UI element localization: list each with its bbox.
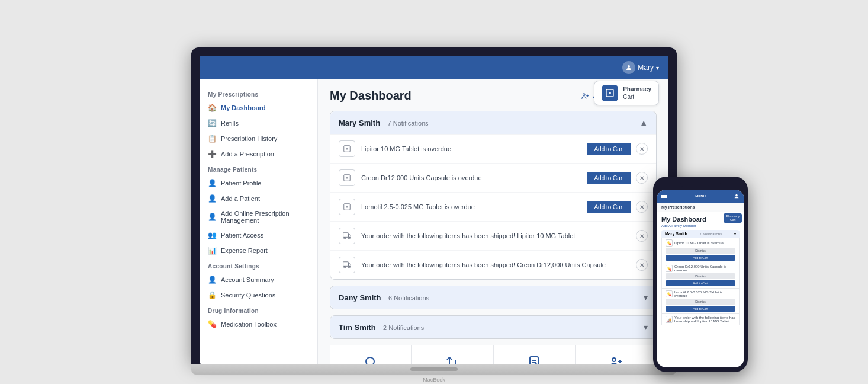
pharmacy-cart-button[interactable]: Pharmacy Cart [594, 81, 659, 105]
phone-menu-label: MENU [695, 194, 706, 198]
user-name: Mary [638, 63, 654, 72]
phone-add-cart-btn-creon[interactable]: Add to Cart [666, 280, 735, 286]
sidebar-icon-patient-profile: 👤 [208, 179, 216, 187]
patient-name-0: Mary Smith [339, 119, 380, 127]
sidebar-icon-account-summary: 👤 [208, 276, 216, 284]
phone-device: MENU My Prescriptions Pharmacy Cart [653, 177, 748, 372]
sidebar-item-add-online-prescription[interactable]: 👤 Add Online Prescription Management [200, 206, 317, 228]
page-title: My Dashboard [330, 89, 412, 103]
sidebar-item-expense-report[interactable]: 📊 Expense Report [200, 243, 317, 258]
svg-point-11 [348, 266, 350, 268]
notification-item-0-3: Your order with the following items has … [330, 221, 656, 250]
svg-point-8 [348, 237, 350, 239]
quick-action-transfer[interactable] [412, 345, 493, 364]
sidebar-label-refills: Refills [221, 120, 239, 127]
patient-header-1[interactable]: Dany Smith 6 Notifications ▾ [330, 286, 656, 309]
sidebar-section-label: Drug Information [200, 303, 317, 316]
dismiss-btn-0-2[interactable]: ✕ [636, 201, 648, 213]
phone-add-family[interactable]: Add A Family Member [661, 224, 740, 228]
notification-left-0-2: Lomotil 2.5-0.025 MG Tablet is overdue [339, 199, 587, 215]
phone-notif-creon: 💊 Creon Dr12,000 Units Capsule is overdu… [661, 263, 740, 289]
sidebar-label-patient-profile: Patient Profile [221, 180, 261, 187]
notification-item-0-2: Lomotil 2.5-0.025 MG Tablet is overdue A… [330, 192, 656, 221]
phone-patient-name-mary: Mary Smith [665, 232, 687, 236]
phone-content: My Dashboard Add A Family Member Mary Sm… [657, 212, 744, 328]
dismiss-btn-0-3[interactable]: ✕ [636, 230, 648, 242]
sidebar-icon-add-online-prescription: 👤 [208, 213, 216, 221]
phone-dismiss-btn-lipitor[interactable]: Dismiss [666, 248, 735, 254]
sidebar-icon-add-patient: 👤 [208, 194, 216, 203]
phone-pill-icon-1: 💊 [666, 239, 673, 247]
phone-add-cart-btn-lomotil[interactable]: Add to Cart [666, 306, 735, 312]
report-icon [527, 355, 541, 364]
dismiss-btn-0-1[interactable]: ✕ [636, 172, 648, 184]
notification-text-0-0: Lipitor 10 MG Tablet is overdue [361, 145, 451, 152]
sidebar-label-my-dashboard: My Dashboard [221, 104, 266, 111]
dismiss-btn-0-4[interactable]: ✕ [636, 259, 648, 271]
sidebar-item-add-prescription[interactable]: ➕ Add a Prescription [200, 146, 317, 162]
pharmacy-cart-label: Pharmacy Cart [623, 85, 651, 101]
patient-section-0: Mary Smith 7 Notifications ▲ Lipitor 10 … [330, 111, 657, 280]
phone-screen: MENU My Prescriptions Pharmacy Cart [657, 190, 744, 367]
notification-actions-0-3: ✕ [636, 230, 648, 242]
sidebar-icon-patient-access: 👥 [208, 231, 216, 239]
phone-patient-header-mary[interactable]: Mary Smith 7 Notifications ▾ [661, 230, 740, 238]
pill-icon-0-4 [339, 257, 355, 273]
search-pill-icon [364, 355, 378, 364]
notification-actions-0-4: ✕ [636, 259, 648, 271]
phone-dismiss-btn-creon[interactable]: Dismiss [666, 273, 735, 279]
phone-pill-icon-2: 💊 [666, 265, 673, 272]
sidebar-item-prescription-history[interactable]: 📋 Prescription History [200, 131, 317, 146]
sidebar-item-patient-access[interactable]: 👥 Patient Access [200, 228, 317, 243]
sidebar-icon-medication-toolbox: 💊 [208, 320, 216, 328]
notification-text-0-3: Your order with the following items has … [361, 232, 575, 239]
sidebar: My Prescriptions 🏠 My Dashboard 🔄 Refill… [200, 79, 318, 364]
chevron-icon-0: ▲ [639, 118, 648, 127]
quick-action-search[interactable] [330, 345, 412, 364]
add-to-cart-btn-0-1[interactable]: Add to Cart [587, 172, 631, 184]
pill-icon-0-0 [339, 140, 355, 157]
user-menu[interactable]: Mary ▾ [622, 61, 659, 74]
patient-header-2[interactable]: Tim Smith 2 Notifications ▾ [330, 316, 656, 338]
chevron-icon-1: ▾ [644, 293, 648, 302]
quick-action-add-person[interactable] [576, 345, 657, 364]
sidebar-item-add-patient[interactable]: 👤 Add a Patient [200, 191, 317, 206]
pill-icon-0-3 [339, 228, 355, 244]
add-person-icon [609, 355, 623, 364]
svg-point-12 [366, 357, 374, 364]
sidebar-icon-refills: 🔄 [208, 119, 216, 127]
sidebar-item-medication-toolbox[interactable]: 💊 Medication Toolbox [200, 316, 317, 332]
phone-notif-text-lipitor: Lipitor 10 MG Tablet is overdue [674, 241, 735, 245]
sidebar-label-medication-toolbox: Medication Toolbox [221, 321, 277, 328]
patient-header-0[interactable]: Mary Smith 7 Notifications ▲ [330, 111, 656, 134]
phone-notif-text-lomotil: Lomotil 2.5-0.025 MG Tablet is overdue [674, 290, 735, 297]
notification-left-0-3: Your order with the following items has … [339, 228, 636, 244]
sidebar-label-expense-report: Expense Report [221, 247, 268, 254]
sidebar-item-refills[interactable]: 🔄 Refills [200, 116, 317, 131]
sidebar-label-add-prescription: Add a Prescription [221, 151, 274, 158]
add-to-cart-btn-0-2[interactable]: Add to Cart [587, 201, 631, 213]
dismiss-btn-0-0[interactable]: ✕ [636, 143, 648, 155]
top-nav: Mary ▾ [200, 56, 668, 79]
phone-dismiss-btn-lomotil[interactable]: Dismiss [666, 299, 735, 305]
notification-actions-0-0: Add to Cart✕ [587, 143, 648, 155]
add-to-cart-btn-0-0[interactable]: Add to Cart [587, 143, 631, 155]
sidebar-label-add-online-prescription: Add Online Prescription Management [221, 210, 309, 224]
phone-cart-button[interactable]: Pharmacy Cart [724, 213, 742, 223]
quick-action-report[interactable] [494, 345, 576, 364]
phone-top-bar: MENU [657, 190, 744, 203]
laptop-brand: MacBook [191, 375, 677, 384]
svg-point-17 [535, 364, 537, 364]
notification-text-0-1: Creon Dr12,000 Units Capsule is overdue [361, 174, 482, 181]
sidebar-item-account-summary[interactable]: 👤 Account Summary [200, 272, 317, 287]
patient-section-1: Dany Smith 6 Notifications ▾ [330, 286, 657, 309]
svg-point-2 [583, 93, 586, 95]
chevron-down-icon: ▾ [656, 65, 659, 71]
sidebar-icon-expense-report: 📊 [208, 247, 216, 255]
phone-add-cart-btn-lipitor[interactable]: Add to Cart [666, 255, 735, 261]
notification-left-0-1: Creon Dr12,000 Units Capsule is overdue [339, 169, 587, 186]
sidebar-item-my-dashboard[interactable]: 🏠 My Dashboard [200, 100, 317, 116]
sidebar-item-security-questions[interactable]: 🔒 Security Questions [200, 287, 317, 303]
sidebar-icon-prescription-history: 📋 [208, 135, 216, 143]
sidebar-item-patient-profile[interactable]: 👤 Patient Profile [200, 175, 317, 191]
